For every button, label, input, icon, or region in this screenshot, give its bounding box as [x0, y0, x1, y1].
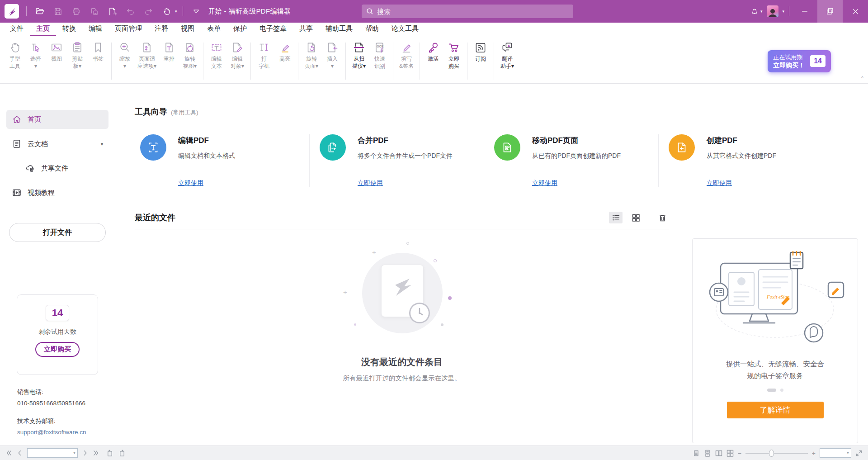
zoom-level-input[interactable]: [820, 448, 851, 458]
hand-tool-caret-icon[interactable]: ▾: [175, 9, 177, 14]
use-now-link[interactable]: 立即使用: [707, 179, 776, 187]
tool-edit-object[interactable]: 编辑 对象▾: [227, 39, 248, 71]
menu-item-form[interactable]: 表单: [201, 23, 227, 36]
menu-item-home[interactable]: 主页: [30, 23, 56, 36]
page-number-input[interactable]: [27, 448, 78, 458]
clear-recent-button[interactable]: [656, 212, 669, 223]
zoom-in-button[interactable]: +: [812, 450, 816, 456]
last-page-button[interactable]: [93, 450, 99, 456]
tool-edit-text[interactable]: 编辑 文本: [206, 39, 227, 71]
continuous-layout-button[interactable]: [704, 450, 711, 457]
tool-reflow[interactable]: 重排: [159, 39, 179, 63]
card-merge-pdf[interactable]: 合并PDF 将多个文件合并生成一个PDF文件 立即使用: [309, 134, 484, 187]
menu-item-accessibility[interactable]: 辅助工具: [319, 23, 359, 36]
notification-bell-icon[interactable]: [747, 4, 762, 19]
tool-zoom[interactable]: 缩放 ▾: [114, 39, 135, 71]
open-file-button[interactable]: 打开文件: [9, 223, 106, 242]
tool-from-scanner[interactable]: 从扫 描仪▾: [349, 39, 369, 71]
tool-typewriter[interactable]: 打 字机: [254, 39, 274, 71]
card-create-pdf[interactable]: 创建PDF 从其它格式文件创建PDF 立即使用: [658, 134, 833, 187]
zoom-slider[interactable]: [745, 450, 808, 457]
tool-highlight[interactable]: 高亮: [274, 39, 295, 63]
menu-item-edit[interactable]: 编辑: [82, 23, 108, 36]
trial-badge[interactable]: 正在试用期 立即购买！ 14: [768, 50, 831, 72]
first-page-button[interactable]: [5, 450, 12, 456]
customize-toolbar-icon[interactable]: [189, 4, 204, 19]
menu-item-esign[interactable]: 电子签章: [253, 23, 293, 36]
single-page-layout-button[interactable]: [693, 450, 700, 457]
carousel-dot[interactable]: [780, 389, 783, 392]
new-page-icon[interactable]: [104, 4, 120, 19]
tool-insert-pages[interactable]: 插入 ▾: [322, 39, 343, 71]
hand-tool-icon[interactable]: [159, 4, 174, 19]
use-now-link[interactable]: 立即使用: [178, 179, 235, 187]
open-file-icon[interactable]: [32, 4, 47, 19]
card-move-pdf-pages[interactable]: 移动PDF页面 从已有的PDF页面创建新的PDF 立即使用: [484, 134, 658, 187]
tool-bookmark[interactable]: 书签: [88, 39, 108, 63]
buy-now-button[interactable]: 立即购买: [35, 342, 80, 357]
search-box[interactable]: [362, 5, 573, 18]
toolbar-divider: [111, 43, 112, 80]
menu-item-comment[interactable]: 注释: [148, 23, 175, 36]
menu-item-page-manage[interactable]: 页面管理: [108, 23, 148, 36]
avatar[interactable]: [767, 5, 778, 17]
account-caret-icon[interactable]: ▾: [782, 9, 784, 14]
chevron-down-icon[interactable]: ▾: [101, 142, 103, 147]
menu-item-file[interactable]: 文件: [4, 23, 30, 36]
undo-icon[interactable]: [123, 4, 138, 19]
menu-item-help[interactable]: 帮助: [359, 23, 385, 36]
tool-activate[interactable]: 激活: [423, 39, 443, 63]
prev-page-button[interactable]: [16, 450, 23, 456]
tool-snapshot[interactable]: 截图: [46, 39, 67, 63]
sidebar-item-video-tutorials[interactable]: 视频教程: [6, 183, 108, 202]
sidebar-item-cloud-docs[interactable]: 云文档 ▾: [6, 134, 108, 153]
next-view-button[interactable]: [118, 449, 126, 457]
list-view-button[interactable]: [609, 212, 623, 223]
tool-buy-now[interactable]: 立即 购买: [443, 39, 464, 71]
menu-item-protect[interactable]: 保护: [227, 23, 253, 36]
card-edit-pdf[interactable]: 编辑PDF 编辑文档和文本格式 立即使用: [135, 134, 309, 187]
notification-caret-icon[interactable]: ▾: [760, 9, 763, 14]
zoom-out-button[interactable]: −: [738, 450, 741, 456]
redo-icon[interactable]: [141, 4, 156, 19]
use-now-link[interactable]: 立即使用: [532, 179, 621, 187]
tool-translate[interactable]: A 翻译 助手▾: [497, 39, 518, 71]
prev-view-button[interactable]: [106, 449, 114, 457]
tool-subscribe[interactable]: 订阅: [470, 39, 491, 63]
collapse-toolbar-icon[interactable]: ⌃: [860, 76, 864, 81]
tool-fill-sign[interactable]: 填写 &签名: [396, 39, 417, 71]
sidebar-item-shared-files[interactable]: 共享文件: [6, 159, 108, 178]
use-now-link[interactable]: 立即使用: [358, 179, 453, 187]
minimize-button[interactable]: [792, 0, 817, 23]
zoom-slider-thumb[interactable]: [769, 450, 774, 457]
tool-hand[interactable]: 手型 工具: [5, 39, 25, 71]
menu-item-convert[interactable]: 转换: [56, 23, 82, 36]
grid-view-button[interactable]: [629, 212, 642, 223]
carousel-dot-active[interactable]: [767, 389, 776, 392]
fit-page-icon: [140, 40, 154, 55]
rotate-pages-icon: [305, 40, 318, 55]
next-page-button[interactable]: [82, 450, 89, 456]
zoom-slider-track: [745, 453, 808, 454]
search-input[interactable]: [377, 8, 569, 15]
tool-quick-ocr[interactable]: OCR 快速 识别: [369, 39, 390, 71]
menu-item-view[interactable]: 视图: [175, 23, 201, 36]
close-button[interactable]: [843, 0, 868, 23]
fullscreen-button[interactable]: [855, 450, 863, 457]
extract-page-icon[interactable]: [86, 4, 102, 19]
tool-fit-page[interactable]: 页面适 应选项▾: [135, 39, 159, 71]
save-icon[interactable]: [50, 4, 66, 19]
support-email-link[interactable]: support@foxitsoftware.cn: [17, 427, 115, 438]
sidebar-item-home[interactable]: 首页: [6, 110, 108, 129]
menu-item-paper-tools[interactable]: 论文工具: [385, 23, 425, 36]
print-icon[interactable]: [68, 4, 84, 19]
learn-more-button[interactable]: 了解详情: [727, 402, 824, 418]
facing-layout-button[interactable]: [715, 450, 722, 457]
tool-select[interactable]: 选择 ▾: [25, 39, 46, 71]
restore-button[interactable]: [817, 0, 843, 23]
menu-item-share[interactable]: 共享: [293, 23, 319, 36]
tool-rotate-pages[interactable]: 旋转 页面▾: [301, 39, 322, 71]
continuous-facing-layout-button[interactable]: [726, 450, 734, 457]
tool-rotate-view[interactable]: 旋转 视图▾: [179, 39, 200, 71]
tool-clipboard[interactable]: 剪贴 板▾: [67, 39, 88, 71]
